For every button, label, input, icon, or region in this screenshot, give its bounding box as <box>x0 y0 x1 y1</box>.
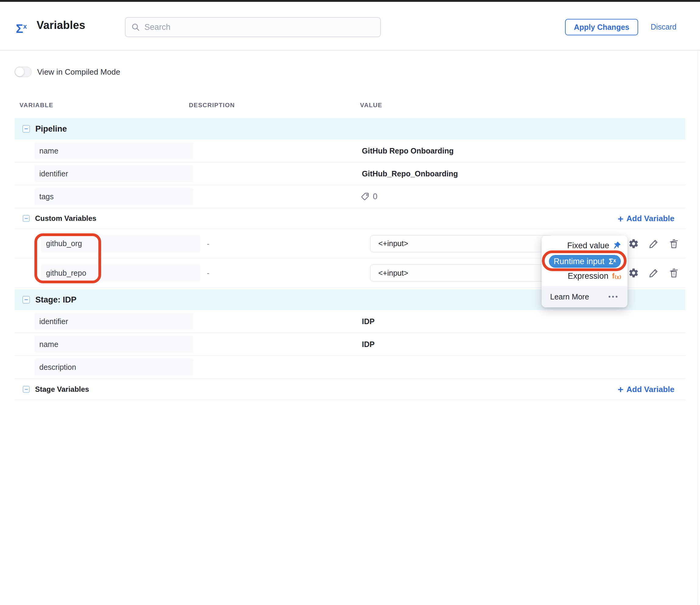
stage-name-label: name <box>34 336 194 353</box>
stage-identifier-label: identifier <box>34 313 194 330</box>
tag-count: 0 <box>373 192 377 201</box>
discard-button[interactable]: Discard <box>651 23 677 31</box>
gear-icon <box>628 238 639 249</box>
plus-icon: + <box>618 215 624 222</box>
github-repo-settings-button[interactable] <box>628 268 639 278</box>
menu-item-expression[interactable]: Expression f₍ₓ₎ <box>542 270 627 282</box>
table-row-stage-name: name IDP <box>15 333 685 356</box>
stage-description-label: description <box>34 358 194 376</box>
collapse-custom-variables-icon[interactable]: − <box>23 215 29 222</box>
github-org-label: github_org <box>41 235 200 252</box>
runtime-input-label: Runtime input <box>554 257 605 266</box>
github-org-delete-button[interactable] <box>668 238 679 249</box>
column-header-variable: VARIABLE <box>20 102 53 109</box>
add-variable-button[interactable]: + Add Variable <box>618 214 674 223</box>
menu-item-runtime-input[interactable]: Runtime input Σˣ <box>549 255 621 268</box>
table-row-stage-identifier: identifier IDP <box>15 310 685 333</box>
search-input[interactable] <box>144 23 375 32</box>
page-title: Variables <box>36 19 85 32</box>
github-repo-description: - <box>207 269 209 278</box>
compiled-mode-row: View in Compiled Mode <box>15 66 120 78</box>
panel-header: Σx Variables Apply Changes Discard <box>0 2 700 51</box>
collapse-stage-variables-icon[interactable]: − <box>23 386 29 393</box>
column-header-description: DESCRIPTION <box>189 102 235 109</box>
variable-name-label: name <box>34 142 194 159</box>
variable-identifier-label: identifier <box>34 165 194 182</box>
value-type-menu: Fixed value Runtime input Σˣ Expression … <box>542 235 627 307</box>
fixed-value-label: Fixed value <box>567 241 609 250</box>
github-org-description: - <box>207 239 209 248</box>
variable-name-value: GitHub Repo Onboarding <box>362 147 454 155</box>
expression-label: Expression <box>568 272 609 281</box>
search-icon <box>131 23 140 32</box>
scrollbar-track[interactable] <box>698 29 698 605</box>
variables-panel: Σx Variables Apply Changes Discard View … <box>0 0 700 605</box>
pipeline-section-row: − Pipeline <box>15 118 685 140</box>
github-repo-delete-button[interactable] <box>668 268 679 278</box>
search-box[interactable] <box>125 17 381 37</box>
tag-icon <box>361 192 370 201</box>
variable-tags-label: tags <box>34 188 194 205</box>
pipeline-section-title: Pipeline <box>35 124 67 134</box>
runtime-sigma-icon: Σˣ <box>609 257 616 266</box>
trash-icon <box>668 268 679 278</box>
pencil-icon <box>648 268 659 278</box>
custom-variables-title: Custom Variables <box>35 214 96 223</box>
compiled-mode-label: View in Compiled Mode <box>37 67 120 77</box>
custom-variables-row: − Custom Variables + Add Variable <box>15 208 685 229</box>
github-repo-value-input[interactable]: <+input> <box>370 264 553 281</box>
gear-icon <box>628 268 639 278</box>
tags-value: 0 <box>361 192 377 201</box>
add-stage-variable-button[interactable]: + Add Variable <box>618 384 674 394</box>
menu-footer: Learn More ••• <box>542 286 627 307</box>
toggle-knob <box>15 67 24 76</box>
github-org-value-input[interactable]: <+input> <box>370 235 553 252</box>
add-stage-variable-label: Add Variable <box>627 384 675 394</box>
stage-variables-row: − Stage Variables + Add Variable <box>15 379 685 400</box>
github-org-edit-button[interactable] <box>648 238 659 249</box>
learn-more-link[interactable]: Learn More <box>550 293 589 301</box>
variable-identifier-value: GitHub_Repo_Onboarding <box>362 169 458 178</box>
more-options-dots-icon[interactable]: ••• <box>608 293 619 301</box>
table-row-stage-description: description <box>15 356 685 379</box>
github-org-settings-button[interactable] <box>628 238 639 249</box>
stage-variables-title: Stage Variables <box>35 385 89 394</box>
stage-section-title: Stage: IDP <box>35 295 76 305</box>
stage-identifier-value: IDP <box>362 317 375 326</box>
apply-changes-button[interactable]: Apply Changes <box>565 19 638 35</box>
github-repo-label: github_repo <box>41 264 200 281</box>
stage-name-value: IDP <box>362 340 375 349</box>
menu-item-fixed-value[interactable]: Fixed value <box>542 239 627 252</box>
pin-icon <box>613 241 621 250</box>
variables-sigma-icon: Σx <box>16 20 27 36</box>
collapse-stage-icon[interactable]: − <box>23 296 30 303</box>
table-row-name: name GitHub Repo Onboarding <box>15 140 685 162</box>
trash-icon <box>668 238 679 249</box>
table-row-identifier: identifier GitHub_Repo_Onboarding <box>15 162 685 185</box>
table-row-tags: tags 0 <box>15 185 685 208</box>
column-header-value: VALUE <box>360 102 382 109</box>
add-variable-label: Add Variable <box>627 214 675 223</box>
compiled-mode-toggle[interactable] <box>15 67 32 77</box>
fx-icon: f₍ₓ₎ <box>612 272 621 280</box>
plus-icon: + <box>618 385 624 393</box>
pencil-icon <box>648 238 659 249</box>
github-repo-edit-button[interactable] <box>648 268 659 278</box>
collapse-pipeline-icon[interactable]: − <box>23 125 30 132</box>
